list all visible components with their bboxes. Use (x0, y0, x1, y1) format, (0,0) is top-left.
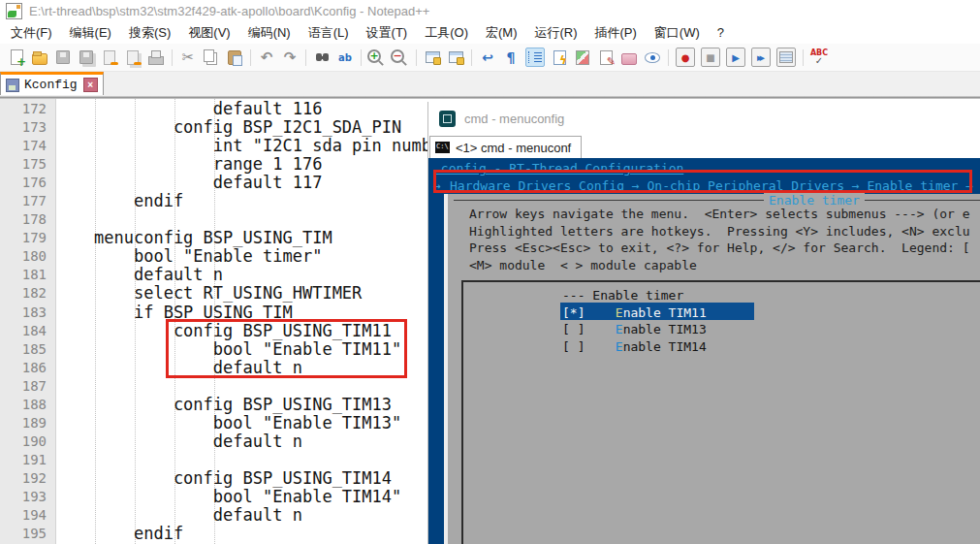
sync-horizontal-scroll-icon[interactable] (447, 48, 464, 66)
word-wrap-icon[interactable] (479, 48, 496, 66)
line-number: 191 (0, 451, 55, 469)
cmd-window-title: cmd - menuconfig (464, 112, 564, 126)
zoom-in-icon[interactable] (368, 48, 386, 66)
document-tab-bar: Kconfig × (0, 72, 980, 96)
checkbox: [ ] (562, 339, 585, 354)
menu-search[interactable]: 搜索(S) (120, 22, 179, 44)
redo-icon[interactable] (281, 48, 299, 66)
macro-play-icon[interactable] (726, 48, 745, 67)
macro-run-multiple-icon[interactable] (751, 48, 771, 67)
cmd-tab[interactable]: <1> cmd - menuconf (429, 136, 582, 158)
spell-check-icon[interactable] (810, 48, 828, 66)
undo-icon[interactable] (258, 48, 275, 66)
line-number: 184 (0, 322, 55, 340)
cmd-title-bar[interactable]: cmd - menuconfig (428, 102, 980, 136)
menu-edit[interactable]: 编辑(E) (61, 22, 120, 44)
list-item-enable-tim13[interactable]: [ ] Enable TIM13 (562, 321, 707, 338)
code-line: config BSP_I2C1_SDA_PIN (94, 118, 431, 137)
code-line: select RT_USING_HWTIMER (94, 284, 431, 303)
help-line: <M> module < > module capable (469, 257, 697, 274)
line-number: 174 (0, 137, 55, 155)
menu-bar: 文件(F) 编辑(E) 搜索(S) 视图(V) 编码(N) 语言(L) 设置(T… (0, 21, 980, 44)
menu-window[interactable]: 窗口(W) (646, 22, 709, 44)
line-number: 189 (0, 414, 55, 432)
line-number-gutter: 172 173 174 175 176 177 178 179 180 181 … (0, 99, 56, 544)
help-line: Highlighted letters are hotkeys. Pressin… (469, 223, 970, 240)
toolbar-separator (305, 49, 306, 66)
toolbar-separator (668, 49, 669, 66)
help-line: Press <Esc><Esc> to exit, <?> for Help, … (469, 240, 970, 257)
zoom-out-icon[interactable] (392, 48, 409, 66)
highlight-box-editor (166, 319, 407, 378)
line-number: 185 (0, 340, 55, 359)
document-edit-icon[interactable] (597, 48, 615, 66)
toolbar-separator (250, 49, 251, 66)
new-file-icon[interactable] (8, 48, 25, 66)
menu-macro[interactable]: 宏(M) (477, 22, 526, 44)
line-number: 195 (0, 525, 55, 543)
menu-plugins[interactable]: 插件(P) (586, 22, 646, 44)
dialog-border-line (454, 200, 980, 201)
menu-language[interactable]: 语言(L) (300, 22, 358, 44)
cut-icon[interactable] (179, 48, 197, 66)
menu-view[interactable]: 视图(V) (179, 22, 238, 44)
menu-file[interactable]: 文件(F) (2, 22, 61, 44)
tab-label: Kconfig (24, 78, 78, 92)
sync-vertical-scroll-icon[interactable] (424, 48, 441, 66)
code-line: default 116 (94, 100, 431, 118)
window-title: E:\rt-thread\bsp\stm32\stm32f429-atk-apo… (29, 4, 429, 18)
terminal-area[interactable]: .config - RT-Thread Configuration → Hard… (428, 158, 980, 544)
menuconfig-dialog: Enable timer Arrow keys navigate the men… (444, 194, 980, 544)
save-all-icon[interactable] (78, 48, 95, 66)
tab-kconfig[interactable]: Kconfig × (0, 72, 104, 95)
show-indent-guide-icon[interactable] (525, 48, 545, 67)
item-label: nable TIM13 (623, 322, 707, 336)
macro-save-icon[interactable] (776, 48, 796, 67)
function-list-icon[interactable] (551, 48, 568, 66)
menu-help[interactable]: ? (709, 23, 733, 42)
find-icon[interactable] (313, 48, 331, 66)
code-line: default n (94, 432, 431, 451)
toolbar-separator (416, 49, 417, 66)
macro-record-icon[interactable] (676, 48, 695, 67)
line-number: 182 (0, 284, 55, 303)
list-item-enable-tim11[interactable]: [*] Enable TIM11 (562, 304, 707, 322)
code-line: default 117 (94, 174, 431, 192)
paste-icon[interactable] (226, 48, 243, 66)
document-map-icon[interactable] (574, 48, 591, 66)
print-icon[interactable] (147, 48, 165, 66)
line-number: 175 (0, 155, 55, 174)
menu-encoding[interactable]: 编码(N) (239, 22, 300, 44)
notepad-app-icon (6, 3, 22, 19)
code-line: int "I2C1 sda pin numb (94, 137, 431, 155)
checkbox: [ ] (562, 322, 585, 336)
toolbar (0, 44, 980, 72)
save-icon[interactable] (54, 48, 72, 66)
close-file-icon[interactable] (101, 48, 118, 66)
item-label: nable TIM14 (623, 339, 707, 354)
open-file-icon[interactable] (31, 48, 48, 66)
list-item-enable-tim14[interactable]: [ ] Enable TIM14 (562, 338, 707, 356)
tab-close-icon[interactable]: × (83, 78, 98, 92)
menuconfig-list-box: --- Enable timer [*] Enable TIM11 [ ] En… (461, 280, 980, 544)
replace-icon[interactable] (336, 48, 354, 66)
line-number: 179 (0, 229, 55, 247)
highlight-box-breadcrumb (433, 170, 972, 193)
cmd-tab-label: <1> cmd - menuconf (456, 141, 571, 155)
menu-tools[interactable]: 工具(O) (416, 22, 477, 44)
line-number: 194 (0, 506, 55, 525)
tab-saved-icon (6, 79, 19, 92)
menu-settings[interactable]: 设置(T) (358, 22, 417, 44)
code-line: default n (94, 266, 431, 284)
monitoring-eye-icon[interactable] (644, 48, 661, 66)
copy-icon[interactable] (203, 48, 220, 66)
notepad-title-bar[interactable]: E:\rt-thread\bsp\stm32\stm32f429-atk-apo… (0, 0, 980, 21)
line-number: 181 (0, 266, 55, 284)
cmd-app-icon (439, 111, 456, 127)
menu-run[interactable]: 运行(R) (525, 22, 585, 44)
line-number: 183 (0, 304, 55, 322)
macro-stop-icon[interactable] (701, 48, 720, 67)
folder-as-workspace-icon[interactable] (620, 48, 638, 66)
close-all-icon[interactable] (124, 48, 142, 66)
show-all-characters-icon[interactable] (502, 48, 520, 66)
